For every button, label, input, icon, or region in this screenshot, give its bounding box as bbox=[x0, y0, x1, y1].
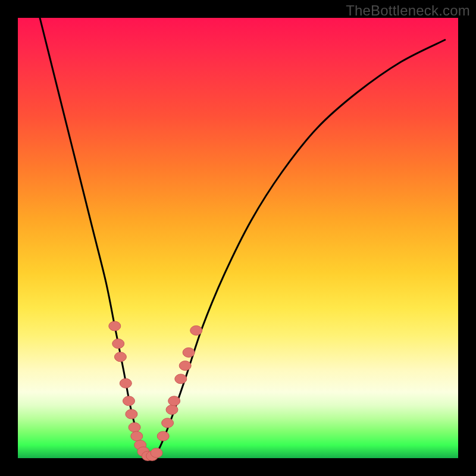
bottleneck-curve bbox=[40, 18, 445, 458]
watermark-text: TheBottleneck.com bbox=[346, 2, 470, 19]
data-marker bbox=[114, 352, 126, 362]
data-marker bbox=[168, 396, 180, 406]
data-marker bbox=[157, 431, 169, 441]
data-marker bbox=[112, 339, 124, 349]
data-marker bbox=[162, 418, 174, 428]
chart-frame: TheBottleneck.com bbox=[0, 0, 476, 476]
data-marker bbox=[126, 409, 137, 419]
data-marker bbox=[175, 374, 187, 384]
data-marker bbox=[166, 405, 178, 415]
data-marker bbox=[120, 378, 131, 388]
data-markers-group bbox=[109, 321, 202, 461]
plot-area bbox=[18, 18, 458, 458]
data-marker bbox=[109, 321, 121, 331]
data-marker bbox=[129, 422, 140, 432]
data-marker bbox=[179, 361, 191, 371]
data-marker bbox=[131, 431, 143, 441]
data-marker bbox=[123, 396, 134, 406]
curve-layer bbox=[18, 18, 458, 458]
data-marker bbox=[151, 448, 162, 458]
data-marker bbox=[190, 325, 202, 335]
data-marker bbox=[183, 347, 195, 357]
